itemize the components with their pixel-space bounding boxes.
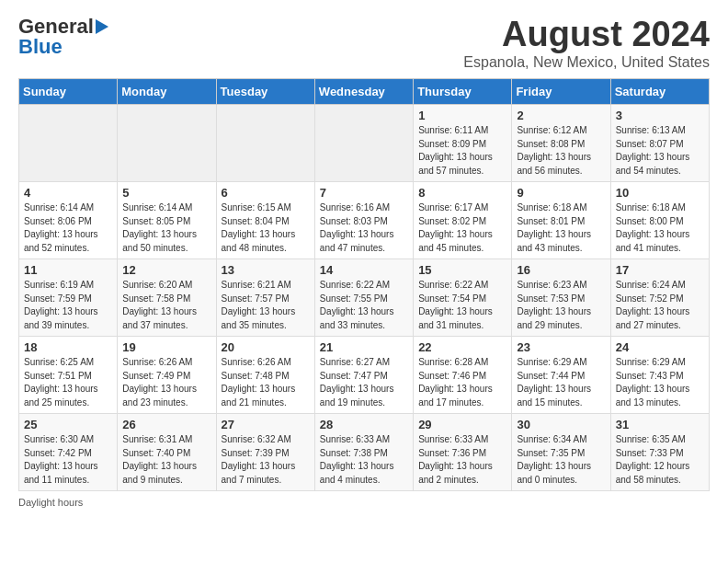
day-number: 12 [122, 263, 210, 277]
calendar-cell: 17Sunrise: 6:24 AM Sunset: 7:52 PM Dayli… [610, 259, 709, 337]
day-info: Sunrise: 6:16 AM Sunset: 8:03 PM Dayligh… [320, 201, 408, 255]
calendar-cell: 19Sunrise: 6:26 AM Sunset: 7:49 PM Dayli… [118, 337, 216, 414]
day-number: 5 [122, 186, 210, 200]
day-number: 3 [616, 109, 704, 122]
calendar-cell: 28Sunrise: 6:33 AM Sunset: 7:38 PM Dayli… [314, 414, 413, 491]
calendar-cell [19, 105, 118, 182]
calendar-cell: 3Sunrise: 6:13 AM Sunset: 8:07 PM Daylig… [610, 105, 709, 182]
day-number: 28 [320, 418, 408, 431]
calendar-week-row: 4Sunrise: 6:14 AM Sunset: 8:06 PM Daylig… [19, 182, 710, 259]
day-of-week-header: Sunday [19, 79, 118, 105]
calendar-week-row: 1Sunrise: 6:11 AM Sunset: 8:09 PM Daylig… [19, 105, 710, 182]
day-number: 9 [517, 186, 605, 200]
day-info: Sunrise: 6:31 AM Sunset: 7:40 PM Dayligh… [122, 433, 210, 487]
day-number: 17 [616, 263, 704, 277]
day-number: 20 [222, 340, 310, 354]
calendar-body: 1Sunrise: 6:11 AM Sunset: 8:09 PM Daylig… [19, 105, 710, 491]
day-number: 26 [122, 418, 210, 431]
day-number: 1 [418, 109, 506, 122]
day-number: 14 [320, 263, 408, 277]
daylight-label: Daylight hours [18, 497, 83, 508]
day-info: Sunrise: 6:33 AM Sunset: 7:36 PM Dayligh… [418, 433, 506, 487]
day-number: 30 [517, 418, 605, 431]
day-number: 19 [122, 340, 210, 354]
calendar-cell: 6Sunrise: 6:15 AM Sunset: 8:04 PM Daylig… [216, 182, 314, 259]
day-info: Sunrise: 6:17 AM Sunset: 8:02 PM Dayligh… [418, 201, 506, 255]
day-number: 31 [616, 418, 704, 431]
day-number: 11 [24, 263, 112, 277]
day-number: 4 [24, 186, 112, 200]
day-number: 10 [616, 186, 704, 200]
day-info: Sunrise: 6:28 AM Sunset: 7:46 PM Dayligh… [418, 356, 506, 409]
calendar-cell [118, 105, 216, 182]
day-of-week-header: Thursday [414, 79, 512, 105]
day-number: 16 [517, 263, 605, 277]
calendar-week-row: 25Sunrise: 6:30 AM Sunset: 7:42 PM Dayli… [19, 414, 710, 491]
day-number: 15 [418, 263, 506, 277]
calendar-cell: 12Sunrise: 6:20 AM Sunset: 7:58 PM Dayli… [118, 259, 216, 337]
day-number: 18 [24, 340, 112, 354]
calendar-table: SundayMondayTuesdayWednesdayThursdayFrid… [18, 78, 710, 491]
day-number: 25 [24, 418, 112, 431]
day-info: Sunrise: 6:35 AM Sunset: 7:33 PM Dayligh… [616, 433, 704, 487]
day-info: Sunrise: 6:33 AM Sunset: 7:38 PM Dayligh… [320, 433, 408, 487]
day-number: 6 [222, 186, 310, 200]
calendar-cell: 1Sunrise: 6:11 AM Sunset: 8:09 PM Daylig… [414, 105, 512, 182]
calendar-cell [314, 105, 413, 182]
day-info: Sunrise: 6:29 AM Sunset: 7:43 PM Dayligh… [616, 356, 704, 409]
day-number: 2 [517, 109, 605, 122]
day-number: 27 [222, 418, 310, 431]
day-of-week-header: Friday [512, 79, 610, 105]
day-info: Sunrise: 6:13 AM Sunset: 8:07 PM Dayligh… [616, 124, 704, 178]
calendar-cell: 31Sunrise: 6:35 AM Sunset: 7:33 PM Dayli… [610, 414, 709, 491]
calendar-cell: 15Sunrise: 6:22 AM Sunset: 7:54 PM Dayli… [414, 259, 512, 337]
calendar-cell: 7Sunrise: 6:16 AM Sunset: 8:03 PM Daylig… [314, 182, 413, 259]
day-info: Sunrise: 6:18 AM Sunset: 8:00 PM Dayligh… [616, 201, 704, 255]
calendar-cell: 5Sunrise: 6:14 AM Sunset: 8:05 PM Daylig… [118, 182, 216, 259]
day-info: Sunrise: 6:21 AM Sunset: 7:57 PM Dayligh… [222, 279, 310, 332]
calendar-cell: 26Sunrise: 6:31 AM Sunset: 7:40 PM Dayli… [118, 414, 216, 491]
calendar-cell: 29Sunrise: 6:33 AM Sunset: 7:36 PM Dayli… [414, 414, 512, 491]
footer-note: Daylight hours [18, 497, 710, 508]
day-of-week-header: Tuesday [216, 79, 314, 105]
calendar-week-row: 11Sunrise: 6:19 AM Sunset: 7:59 PM Dayli… [19, 259, 710, 337]
calendar-cell: 13Sunrise: 6:21 AM Sunset: 7:57 PM Dayli… [216, 259, 314, 337]
calendar-week-row: 18Sunrise: 6:25 AM Sunset: 7:51 PM Dayli… [19, 337, 710, 414]
day-info: Sunrise: 6:34 AM Sunset: 7:35 PM Dayligh… [517, 433, 605, 487]
day-info: Sunrise: 6:24 AM Sunset: 7:52 PM Dayligh… [616, 279, 704, 332]
calendar-cell: 18Sunrise: 6:25 AM Sunset: 7:51 PM Dayli… [19, 337, 118, 414]
day-info: Sunrise: 6:18 AM Sunset: 8:01 PM Dayligh… [517, 201, 605, 255]
logo-arrow-icon [96, 19, 108, 34]
day-info: Sunrise: 6:32 AM Sunset: 7:39 PM Dayligh… [222, 433, 310, 487]
day-number: 24 [616, 340, 704, 354]
day-info: Sunrise: 6:15 AM Sunset: 8:04 PM Dayligh… [222, 201, 310, 255]
calendar-cell: 2Sunrise: 6:12 AM Sunset: 8:08 PM Daylig… [512, 105, 610, 182]
calendar-header-row: SundayMondayTuesdayWednesdayThursdayFrid… [19, 79, 710, 105]
subtitle: Espanola, New Mexico, United States [463, 54, 710, 71]
day-number: 13 [222, 263, 310, 277]
calendar-cell: 4Sunrise: 6:14 AM Sunset: 8:06 PM Daylig… [19, 182, 118, 259]
calendar-cell: 22Sunrise: 6:28 AM Sunset: 7:46 PM Dayli… [414, 337, 512, 414]
day-of-week-header: Wednesday [314, 79, 413, 105]
day-info: Sunrise: 6:23 AM Sunset: 7:53 PM Dayligh… [517, 279, 605, 332]
day-info: Sunrise: 6:14 AM Sunset: 8:05 PM Dayligh… [122, 201, 210, 255]
day-number: 23 [517, 340, 605, 354]
calendar-cell: 10Sunrise: 6:18 AM Sunset: 8:00 PM Dayli… [610, 182, 709, 259]
day-info: Sunrise: 6:20 AM Sunset: 7:58 PM Dayligh… [122, 279, 210, 332]
calendar-cell: 23Sunrise: 6:29 AM Sunset: 7:44 PM Dayli… [512, 337, 610, 414]
day-info: Sunrise: 6:25 AM Sunset: 7:51 PM Dayligh… [24, 356, 112, 409]
calendar-cell: 16Sunrise: 6:23 AM Sunset: 7:53 PM Dayli… [512, 259, 610, 337]
day-number: 29 [418, 418, 506, 431]
day-info: Sunrise: 6:30 AM Sunset: 7:42 PM Dayligh… [24, 433, 112, 487]
calendar-cell: 11Sunrise: 6:19 AM Sunset: 7:59 PM Dayli… [19, 259, 118, 337]
day-info: Sunrise: 6:14 AM Sunset: 8:06 PM Dayligh… [24, 201, 112, 255]
logo-blue: Blue [18, 35, 63, 59]
calendar-cell: 21Sunrise: 6:27 AM Sunset: 7:47 PM Dayli… [314, 337, 413, 414]
day-info: Sunrise: 6:11 AM Sunset: 8:09 PM Dayligh… [418, 124, 506, 178]
day-info: Sunrise: 6:29 AM Sunset: 7:44 PM Dayligh… [517, 356, 605, 409]
day-number: 21 [320, 340, 408, 354]
day-of-week-header: Saturday [610, 79, 709, 105]
day-number: 7 [320, 186, 408, 200]
calendar-cell: 30Sunrise: 6:34 AM Sunset: 7:35 PM Dayli… [512, 414, 610, 491]
day-info: Sunrise: 6:26 AM Sunset: 7:48 PM Dayligh… [222, 356, 310, 409]
